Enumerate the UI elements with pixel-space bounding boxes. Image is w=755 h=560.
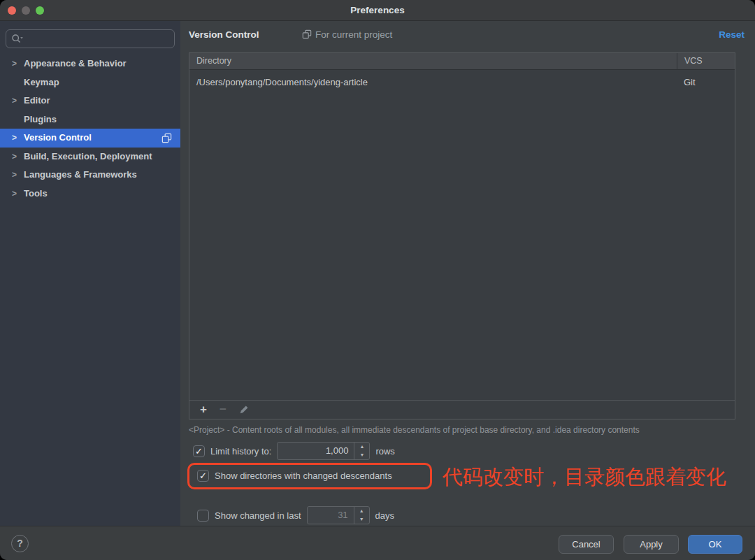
- dialog-footer: ? Cancel Apply OK: [0, 526, 755, 560]
- pencil-icon: [239, 405, 249, 415]
- spinner-up-icon[interactable]: ▲: [354, 507, 369, 515]
- add-button[interactable]: +: [195, 401, 212, 419]
- sidebar-item-version-control[interactable]: > Version Control: [0, 129, 180, 148]
- current-project-icon: [302, 29, 312, 39]
- help-button[interactable]: ?: [11, 535, 29, 552]
- spinner-down-icon[interactable]: ▼: [354, 451, 369, 459]
- show-changed-value[interactable]: 31: [308, 507, 354, 524]
- column-header-directory: Directory: [189, 53, 677, 70]
- table-row[interactable]: /Users/ponytang/Documents/yideng-article…: [189, 70, 735, 95]
- limit-history-suffix: rows: [375, 446, 394, 457]
- chevron-right-icon[interactable]: >: [12, 92, 20, 110]
- remove-button[interactable]: −: [215, 401, 231, 419]
- show-changed-suffix: days: [375, 510, 394, 521]
- title-bar: Preferences: [0, 0, 755, 21]
- cancel-button[interactable]: Cancel: [559, 535, 614, 554]
- sidebar-item-editor[interactable]: > Editor: [0, 92, 180, 110]
- preferences-window: Preferences > Appearance & Behavior Keym…: [0, 0, 755, 560]
- apply-button[interactable]: Apply: [624, 535, 679, 554]
- project-note: <Project> - Content roots of all modules…: [189, 425, 640, 435]
- page-title: Version Control: [189, 29, 259, 40]
- settings-nav: > Appearance & Behavior Keymap > Editor …: [0, 55, 180, 203]
- edit-button[interactable]: [236, 401, 252, 419]
- chevron-right-icon[interactable]: >: [12, 148, 20, 166]
- settings-sidebar: > Appearance & Behavior Keymap > Editor …: [0, 21, 180, 526]
- search-input[interactable]: [29, 30, 172, 48]
- show-changed-label[interactable]: Show changed in last: [215, 510, 301, 521]
- sidebar-item-keymap[interactable]: Keymap: [0, 73, 180, 92]
- table-body: /Users/ponytang/Documents/yideng-article…: [189, 70, 735, 400]
- annotation-text: 代码改变时，目录颜色跟着变化: [443, 466, 726, 488]
- spinner-up-icon[interactable]: ▲: [354, 443, 369, 451]
- show-changed-checkbox[interactable]: [197, 510, 209, 522]
- directory-cell: /Users/ponytang/Documents/yideng-article: [196, 70, 368, 95]
- chevron-right-icon[interactable]: >: [12, 166, 20, 185]
- limit-history-value[interactable]: 1,000: [278, 443, 354, 459]
- limit-history-label[interactable]: Limit history to:: [210, 446, 271, 457]
- sidebar-item-tools[interactable]: > Tools: [0, 185, 180, 203]
- chevron-right-icon[interactable]: >: [12, 129, 20, 148]
- limit-history-spinner[interactable]: 1,000 ▲ ▼: [277, 442, 370, 460]
- sidebar-item-appearance[interactable]: > Appearance & Behavior: [0, 55, 180, 73]
- show-changed-spinner[interactable]: 31 ▲ ▼: [307, 506, 370, 524]
- table-toolbar: + −: [189, 400, 735, 419]
- settings-search[interactable]: [6, 29, 175, 48]
- window-title: Preferences: [0, 0, 755, 21]
- show-changed-row: Show changed in last 31 ▲ ▼ days: [197, 505, 394, 525]
- chevron-right-icon[interactable]: >: [12, 55, 20, 73]
- directory-table: Directory VCS /Users/ponytang/Documents/…: [189, 52, 735, 419]
- search-icon: [11, 34, 24, 45]
- ok-button[interactable]: OK: [688, 535, 742, 554]
- version-control-panel: Version Control For current project Rese…: [180, 21, 755, 526]
- show-directories-label[interactable]: Show directories with changed descendant…: [215, 471, 392, 481]
- reset-link[interactable]: Reset: [719, 29, 745, 40]
- current-project-icon: [161, 133, 172, 143]
- sidebar-item-languages-frameworks[interactable]: > Languages & Frameworks: [0, 166, 180, 185]
- show-directories-checkbox[interactable]: ✓: [197, 470, 209, 482]
- column-header-vcs: VCS: [677, 53, 735, 70]
- show-directories-row: ✓ Show directories with changed descenda…: [197, 466, 392, 485]
- scope-label: For current project: [302, 29, 392, 40]
- limit-history-checkbox[interactable]: ✓: [193, 445, 205, 457]
- chevron-right-icon[interactable]: >: [12, 185, 20, 203]
- spinner-down-icon[interactable]: ▼: [354, 515, 369, 524]
- vcs-cell: Git: [684, 70, 696, 95]
- limit-history-row: ✓ Limit history to: 1,000 ▲ ▼ rows: [193, 441, 395, 461]
- table-header: Directory VCS: [189, 53, 735, 70]
- sidebar-item-plugins[interactable]: Plugins: [0, 110, 180, 129]
- sidebar-item-build-execution-deployment[interactable]: > Build, Execution, Deployment: [0, 148, 180, 166]
